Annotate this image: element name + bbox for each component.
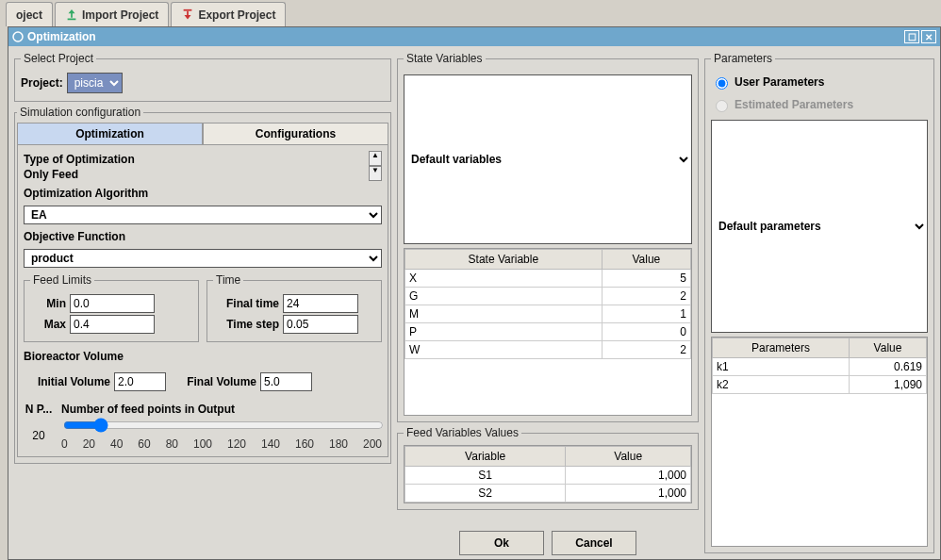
project-select[interactable]: piscia [67,73,123,93]
table-row: G2 [405,288,691,305]
dialog-icon [12,31,24,42]
np-short-label: N P... [24,403,54,416]
np-long-label: Number of feed points in Output [61,403,382,416]
time-legend: Time [213,273,243,287]
optimization-dialog: Optimization ☐ ✕ Select Project Project:… [8,26,941,560]
spin-down-icon[interactable]: ▼ [369,166,382,181]
import-icon [65,8,78,22]
select-project-fieldset: Select Project Project: piscia [14,52,391,102]
state-vars-table[interactable]: State VariableValue X5 G2 M1 P0 W2 [404,249,691,359]
feed-limits-legend: Feed Limits [30,273,94,287]
svg-rect-1 [184,9,192,11]
optimization-panel: Type of Optimization Only Feed ▲ ▼ Optim… [17,145,388,457]
state-vars-fieldset: State Variables Default variables State … [397,52,699,422]
dialog-title: Optimization [27,30,96,43]
cancel-button[interactable]: Cancel [552,531,636,555]
parameters-table[interactable]: ParametersValue k10.619 k21,090 [712,338,927,394]
feed-max-input[interactable] [70,315,155,334]
feed-vars-legend: Feed Variables Values [404,426,521,439]
opt-algo-select[interactable]: EA [24,206,382,224]
radio-estimated-parameters: Estimated Parameters [711,97,928,112]
project-label: Project: [21,76,63,90]
obj-fn-label: Objective Function [24,230,382,243]
parameters-select[interactable]: Default parameters [711,120,928,333]
parameters-table-wrap: ParametersValue k10.619 k21,090 [711,337,928,548]
close-button[interactable]: ✕ [921,30,936,43]
parameters-fieldset: Parameters User Parameters Estimated Par… [704,52,934,553]
bg-tab-import[interactable]: Import Project [55,2,169,26]
initial-volume-input[interactable] [114,372,166,391]
maximize-button[interactable]: ☐ [904,30,919,43]
feed-vars-fieldset: Feed Variables Values VariableValue S11,… [397,426,699,510]
feed-vars-table[interactable]: VariableValue S11,000 S21,000 [404,446,691,502]
feed-min-input[interactable] [70,294,155,313]
feed-points-slider[interactable] [63,418,384,433]
svg-point-2 [13,32,23,41]
opt-type-label: Type of Optimization [24,153,367,166]
final-time-input[interactable] [283,294,358,313]
table-row: M1 [405,305,691,323]
tab-configurations[interactable]: Configurations [203,123,388,144]
sim-config-fieldset: Simulation configuration Optimization Co… [14,106,391,464]
obj-fn-select[interactable]: product [24,249,382,268]
state-vars-select[interactable]: Default variables [404,74,692,244]
radio-user-parameters[interactable]: User Parameters [711,74,928,90]
ok-button[interactable]: Ok [459,531,544,555]
state-vars-legend: State Variables [404,52,486,65]
table-row: W2 [405,341,691,359]
table-row: X5 [405,270,691,288]
final-volume-input[interactable] [260,372,312,391]
parameters-legend: Parameters [711,52,775,65]
slider-ticks: 020406080100120140160180200 [61,437,382,451]
export-icon [181,8,194,22]
state-vars-table-wrap: State VariableValue X5 G2 M1 P0 W2 [404,248,692,416]
feed-vars-table-wrap: VariableValue S11,000 S21,000 [404,445,692,503]
radio-user-input[interactable] [716,77,728,90]
opt-type-value: Only Feed [24,168,367,181]
table-row: S11,000 [405,467,691,485]
opt-algo-label: Optimization Algorithm [24,187,382,200]
table-row: k21,090 [713,375,927,393]
feed-limits-fieldset: Feed Limits Min Max [24,273,199,342]
bioreactor-label: Bioreactor Volume [24,350,382,363]
radio-est-input [716,100,728,112]
table-row: P0 [405,323,691,341]
bg-tab-project[interactable]: oject [6,2,53,26]
time-step-input[interactable] [283,315,358,334]
time-fieldset: Time Final time Time step [206,273,382,342]
background-tabs: oject Import Project Export Project [0,0,941,26]
tab-optimization[interactable]: Optimization [17,123,203,144]
np-value: 20 [24,429,54,442]
table-row: S21,000 [405,485,691,502]
table-row: k10.619 [713,357,927,375]
titlebar[interactable]: Optimization ☐ ✕ [8,27,940,46]
svg-rect-0 [68,19,76,21]
sim-config-legend: Simulation configuration [17,106,143,119]
bg-tab-export[interactable]: Export Project [171,2,286,26]
select-project-legend: Select Project [21,52,96,65]
spin-up-icon[interactable]: ▲ [369,151,382,166]
